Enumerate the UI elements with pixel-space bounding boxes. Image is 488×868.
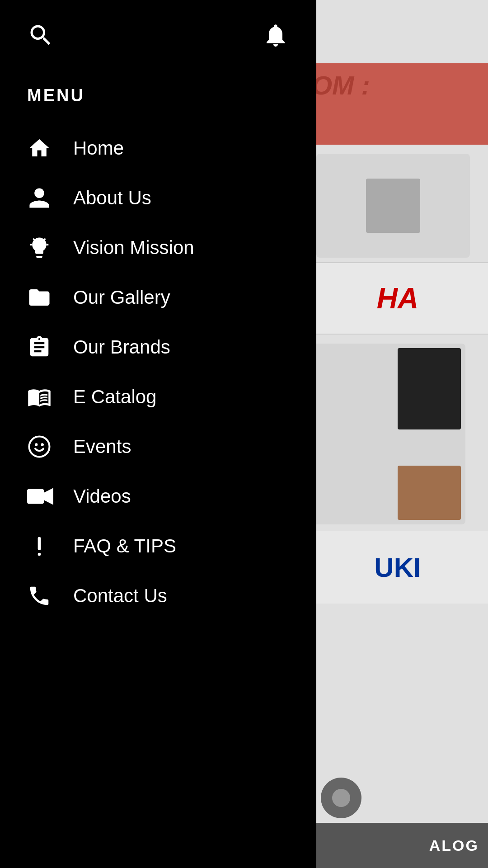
svg-line-1: [33, 239, 36, 241]
menu-item-e-catalog[interactable]: E Catalog: [0, 372, 316, 422]
svg-rect-10: [27, 489, 44, 504]
menu-item-contact-us[interactable]: Contact Us: [0, 571, 316, 621]
menu-items-list: Home About Us V: [0, 119, 316, 625]
menu-item-faq-tips[interactable]: FAQ & TIPS: [0, 521, 316, 571]
smile-icon: [27, 434, 60, 459]
bg-product-2: [312, 344, 465, 524]
menu-item-contact-us-label: Contact Us: [73, 585, 167, 607]
svg-rect-13: [38, 537, 41, 550]
exclamation-icon: [27, 534, 60, 558]
svg-point-0: [38, 243, 41, 246]
menu-item-our-gallery-label: Our Gallery: [73, 287, 170, 308]
menu-item-vision-mission-label: Vision Mission: [73, 237, 194, 259]
clipboard-icon: [27, 335, 60, 359]
menu-item-our-brands[interactable]: Our Brands: [0, 322, 316, 372]
menu-item-our-gallery[interactable]: Our Gallery: [0, 273, 316, 322]
video-icon: [27, 484, 60, 509]
bg-circle-icon: [321, 778, 361, 818]
bg-red-band: [307, 63, 488, 145]
header: [0, 0, 316, 68]
menu-item-vision-mission[interactable]: Vision Mission: [0, 223, 316, 273]
home-icon: [27, 136, 60, 160]
menu-section-label: MENU: [0, 68, 316, 119]
book-icon: [27, 385, 60, 409]
lightbulb-icon: [27, 236, 60, 260]
svg-rect-14: [38, 553, 41, 556]
phone-icon: [27, 584, 60, 608]
svg-line-2: [43, 239, 46, 241]
menu-item-our-brands-label: Our Brands: [73, 336, 170, 358]
bg-catalog-bar: ALOG: [307, 823, 488, 868]
menu-item-e-catalog-label: E Catalog: [73, 386, 156, 408]
menu-item-home-label: Home: [73, 137, 124, 159]
bg-product-1: [316, 154, 470, 258]
menu-item-videos[interactable]: Videos: [0, 472, 316, 521]
notification-button[interactable]: [262, 22, 289, 54]
menu-item-about-us[interactable]: About Us: [0, 173, 316, 223]
menu-item-about-us-label: About Us: [73, 187, 151, 209]
menu-item-home[interactable]: Home: [0, 123, 316, 173]
menu-item-faq-tips-label: FAQ & TIPS: [73, 535, 176, 557]
menu-overlay: MENU Home About Us: [0, 0, 316, 868]
menu-item-videos-label: Videos: [73, 486, 131, 507]
menu-item-events-label: Events: [73, 436, 131, 458]
bg-brand-suzuki: UKI: [307, 531, 488, 604]
folder-icon: [27, 285, 60, 310]
bg-brand-yamaha: HA: [307, 262, 488, 335]
svg-rect-12: [48, 495, 51, 498]
background-content: OM : HA UKI ALOG: [307, 0, 488, 868]
person-icon: [27, 186, 60, 210]
svg-point-5: [29, 437, 50, 457]
menu-item-events[interactable]: Events: [0, 422, 316, 472]
search-button[interactable]: [27, 22, 54, 54]
